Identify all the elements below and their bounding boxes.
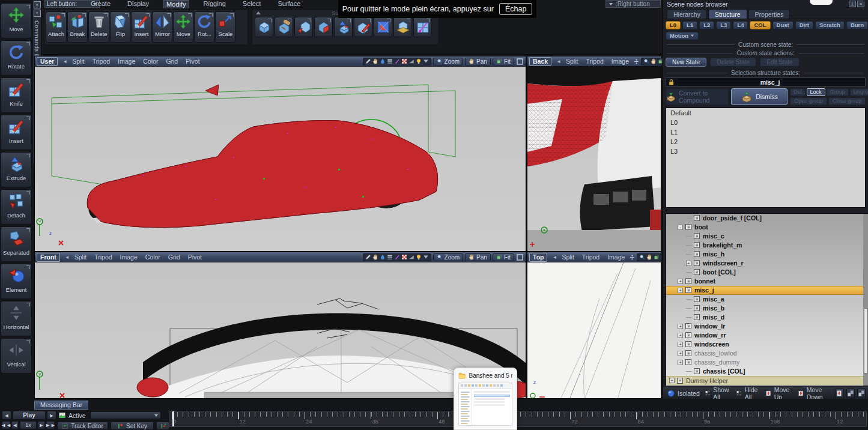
vp-menu-image[interactable]: Image: [607, 253, 625, 261]
state-burn-button[interactable]: Burn: [846, 21, 868, 29]
expand-icon[interactable]: +: [678, 288, 683, 293]
tool-extrude-button[interactable]: Extrude: [1, 152, 32, 187]
toolbar-move-button[interactable]: Move: [173, 11, 193, 43]
close-icon[interactable]: ×: [857, 1, 864, 7]
fit-button[interactable]: Fit: [493, 253, 514, 261]
submesh-cube-purple-button[interactable]: [413, 17, 432, 37]
expand-icon[interactable]: +: [686, 261, 691, 266]
state-dirt-button[interactable]: Dirt: [795, 21, 813, 29]
tree-node-chassis-lowlod[interactable]: +chassis_lowlod: [666, 349, 868, 358]
chevron-left-icon[interactable]: ◄: [65, 255, 70, 260]
tree-node-misc-a[interactable]: misc_a: [666, 295, 868, 304]
tree-extra-doc-red-0-button[interactable]: [835, 389, 843, 398]
close-group-button[interactable]: Close group: [828, 97, 866, 105]
state-list-item-l3[interactable]: L3: [666, 147, 865, 156]
vp-menu-tripod[interactable]: Tripod: [582, 253, 599, 261]
state-list-item-l0[interactable]: L0: [666, 118, 865, 127]
vp-menu-split[interactable]: Split: [566, 58, 578, 65]
tab-properties[interactable]: Properties: [748, 9, 791, 19]
expand-icon[interactable]: +: [678, 333, 683, 338]
pan-button[interactable]: Pan: [465, 58, 491, 65]
tree-node-windscreen-r[interactable]: +windscreen_r: [666, 259, 868, 268]
maximize-icon[interactable]: [516, 253, 524, 261]
vp-menu-tripod[interactable]: Tripod: [586, 58, 603, 65]
close-icon[interactable]: ×: [34, 1, 41, 8]
pin-icon[interactable]: ⊥: [849, 1, 856, 7]
tree-node-misc-h[interactable]: misc_h: [666, 250, 868, 259]
vp-menu-grid[interactable]: Grid: [166, 58, 178, 65]
state-l0-button[interactable]: L0: [666, 21, 681, 29]
toolbar-rot-button[interactable]: Rot...: [194, 11, 214, 43]
tree-node-misc-c[interactable]: misc_c: [666, 232, 868, 241]
ungroup-button[interactable]: Ungroup: [850, 88, 868, 96]
play-button[interactable]: Play: [13, 411, 46, 420]
tree-extra-panels-2-button[interactable]: [857, 389, 866, 398]
tree-node-misc-b[interactable]: misc_b: [666, 304, 868, 313]
messaging-bar-tab[interactable]: Messaging Bar: [34, 401, 88, 410]
fit-button[interactable]: Fit: [493, 58, 514, 65]
collapse-icon[interactable]: -: [678, 225, 683, 230]
vp-menu-color[interactable]: Color: [143, 58, 158, 65]
toolbar-scale-button[interactable]: Scale: [215, 11, 235, 43]
step-fwd-button[interactable]: ►: [38, 421, 45, 429]
submesh-cube-red-button[interactable]: [314, 17, 333, 37]
speed-button[interactable]: 1x: [20, 421, 37, 429]
tree-node-dummy-helper[interactable]: +Dummy Helper: [666, 376, 868, 385]
go-end-button[interactable]: ►: [47, 411, 56, 420]
menu-display[interactable]: Display: [125, 0, 151, 8]
tool-separated-button[interactable]: Separated: [1, 226, 32, 262]
menu-select[interactable]: Select: [240, 0, 264, 8]
lock-button[interactable]: Lock: [807, 88, 825, 96]
fast-fwd-button[interactable]: ►►: [46, 421, 55, 429]
submesh-cube-arrow-button[interactable]: [294, 17, 313, 37]
more-menu-icon[interactable]: [634, 59, 639, 64]
convert-to-compound-button[interactable]: Convert to Compound: [666, 88, 729, 105]
expand-icon[interactable]: +: [678, 351, 683, 356]
tab-structure[interactable]: Structure: [708, 9, 747, 19]
toolbar-attach-button[interactable]: Attach: [46, 11, 67, 43]
tool-move-button[interactable]: Move: [1, 3, 32, 38]
tool-vertical-button[interactable]: Vertical: [1, 338, 32, 374]
toolbar-flip-button[interactable]: Flip: [110, 11, 130, 43]
more-menu-icon[interactable]: [630, 255, 635, 260]
expand-icon[interactable]: +: [678, 342, 683, 347]
maximize-icon[interactable]: [516, 58, 524, 65]
go-start-button[interactable]: ◄: [2, 411, 11, 420]
toolbar-mirror-button[interactable]: Mirror: [152, 11, 172, 43]
state-list-item-l2[interactable]: L2: [666, 137, 865, 147]
vp-menu-pivot[interactable]: Pivot: [188, 253, 202, 261]
scrollbar-thumb[interactable]: [864, 308, 867, 374]
submesh-cube-button[interactable]: [255, 17, 273, 37]
vp-menu-image[interactable]: Image: [612, 58, 629, 65]
tree-scrollbar[interactable]: [863, 214, 868, 386]
tab-hierarchy[interactable]: Hierarchy: [667, 9, 707, 19]
viewport-label[interactable]: Front: [37, 253, 60, 262]
toolbar-insert-button[interactable]: Insert: [131, 11, 151, 43]
chevron-left-icon[interactable]: ◄: [62, 59, 67, 64]
toolbar-break-button[interactable]: Break: [67, 11, 88, 43]
del-button[interactable]: Del: [790, 88, 806, 96]
state-l4-button[interactable]: L4: [733, 21, 748, 29]
zoom-button[interactable]: Zoom: [433, 253, 464, 261]
zoom-button[interactable]: Zoom: [433, 58, 464, 65]
tool-insert-button[interactable]: Insert: [1, 115, 32, 150]
menu-surface[interactable]: Surface: [275, 0, 303, 8]
tool-rotate-button[interactable]: Rotate: [1, 40, 32, 76]
submesh-cube-pen-button[interactable]: [354, 17, 372, 37]
isolated-button[interactable]: Isolated: [666, 389, 701, 398]
vp-menu-split[interactable]: Split: [74, 253, 86, 261]
tree-node-bonnet[interactable]: +bonnet: [666, 277, 868, 286]
pan-button[interactable]: Pan: [465, 253, 491, 261]
tree-node-door-pside-f-col[interactable]: door_pside_f [COL]: [666, 214, 868, 223]
right-button-dropdown[interactable]: :Right button: [605, 0, 661, 8]
state-col-button[interactable]: COL: [750, 21, 770, 29]
scene-tree[interactable]: door_pside_f [COL]-bootmisc_cbrakelight_…: [666, 213, 868, 386]
state-dust-button[interactable]: Dust: [772, 21, 794, 29]
delete-state-button[interactable]: Delete State: [710, 58, 756, 67]
viewport-front-canvas[interactable]: Y: [35, 262, 526, 398]
tree-extra-panels-1-button[interactable]: [846, 389, 855, 398]
state-l1-button[interactable]: L1: [682, 21, 697, 29]
submesh-extrude-button[interactable]: [334, 17, 353, 37]
playhead[interactable]: [172, 411, 174, 426]
tree-node-boot-col[interactable]: boot [COL]: [666, 268, 868, 277]
